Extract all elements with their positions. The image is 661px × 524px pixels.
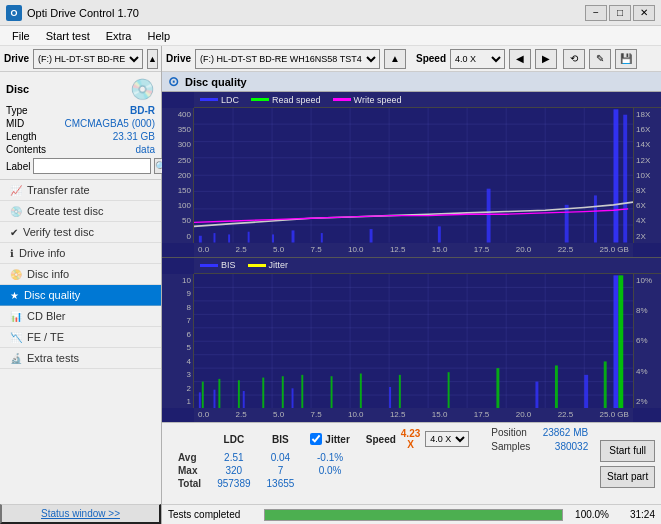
lower-y-left-8: 8	[187, 303, 191, 312]
legend-read-speed: Read speed	[251, 95, 321, 105]
speed-select-right[interactable]: 4.0 X	[450, 49, 505, 69]
save-button[interactable]: 💾	[615, 49, 637, 69]
svg-rect-64	[331, 376, 333, 408]
menu-file[interactable]: File	[4, 29, 38, 43]
disc-contents-label: Contents	[6, 144, 46, 155]
status-window-button[interactable]: Status window >>	[0, 504, 161, 524]
lower-x-5: 5.0	[273, 410, 284, 420]
speed-th-value: 4.23 X	[399, 428, 422, 450]
verify-test-disc-icon: ✔	[10, 227, 18, 238]
start-part-button[interactable]: Start part	[600, 466, 655, 488]
svg-rect-27	[565, 205, 569, 243]
stats-row-avg: Avg 2.51 0.04 -0.1%	[170, 451, 477, 464]
lower-y-right-4pct: 4%	[636, 367, 648, 376]
lower-x-10: 10.0	[348, 410, 364, 420]
nav-create-test-disc[interactable]: 💿 Create test disc	[0, 201, 161, 222]
drive-select[interactable]: (F:) HL-DT-ST BD-RE WH16NS58 TST4	[33, 49, 143, 69]
nav-fe-te[interactable]: 📉 FE / TE	[0, 327, 161, 348]
svg-rect-60	[238, 380, 240, 408]
status-bar: Tests completed 100.0% 31:24	[162, 504, 661, 524]
app-icon: O	[6, 5, 22, 21]
upper-y-right-18x: 18X	[636, 110, 650, 119]
progress-fill	[265, 510, 562, 520]
fe-te-label: FE / TE	[27, 331, 64, 343]
app-title: Opti Drive Control 1.70	[27, 7, 139, 19]
svg-rect-51	[214, 389, 216, 408]
transfer-rate-label: Transfer rate	[27, 184, 90, 196]
menu-help[interactable]: Help	[139, 29, 178, 43]
upper-y-right-2x: 2X	[636, 232, 646, 241]
svg-rect-24	[370, 229, 373, 242]
speed-label-right: Speed	[416, 53, 446, 64]
disc-contents-value: data	[136, 144, 155, 155]
legend-bis: BIS	[200, 260, 236, 270]
menu-bar: File Start test Extra Help	[0, 26, 661, 46]
upper-x-10: 10.0	[348, 245, 364, 255]
lower-y-right-8pct: 8%	[636, 306, 648, 315]
progress-bar	[264, 509, 563, 521]
position-value: 23862 MB	[543, 427, 589, 438]
disc-graphic: 💿	[130, 77, 155, 101]
legend-write-speed: Write speed	[333, 95, 402, 105]
start-full-button[interactable]: Start full	[600, 440, 655, 462]
disc-length-value: 23.31 GB	[113, 131, 155, 142]
eject-button[interactable]: ▲	[147, 49, 158, 69]
lower-x-25: 25.0 GB	[600, 410, 629, 420]
speed-btn-3[interactable]: ⟲	[563, 49, 585, 69]
minimize-button[interactable]: −	[585, 5, 607, 21]
upper-x-25: 25.0 GB	[600, 245, 629, 255]
upper-y-left-100: 100	[178, 201, 191, 210]
action-buttons: Start full Start part	[594, 423, 661, 504]
svg-rect-69	[555, 365, 558, 408]
close-button[interactable]: ✕	[633, 5, 655, 21]
status-time: 31:24	[615, 509, 655, 520]
stats-avg-label: Avg	[170, 451, 209, 464]
stats-table: LDC BIS Jitter	[170, 427, 477, 490]
stats-right-panel: Position 23862 MB Samples 380032	[485, 423, 594, 504]
eject-button-right[interactable]: ▲	[384, 49, 406, 69]
speed-btn-1[interactable]: ◀	[509, 49, 531, 69]
disc-quality-label: Disc quality	[24, 289, 80, 301]
speed-btn-4[interactable]: ✎	[589, 49, 611, 69]
disc-quality-title: ⊙ Disc quality	[162, 72, 661, 92]
maximize-button[interactable]: □	[609, 5, 631, 21]
jitter-checkbox[interactable]	[310, 433, 322, 445]
drive-label-right: Drive	[166, 53, 191, 64]
upper-y-right-6x: 6X	[636, 201, 646, 210]
disc-type-value: BD-R	[130, 105, 155, 116]
svg-rect-30	[623, 115, 627, 243]
menu-extra[interactable]: Extra	[98, 29, 140, 43]
nav-transfer-rate[interactable]: 📈 Transfer rate	[0, 180, 161, 201]
nav-verify-test-disc[interactable]: ✔ Verify test disc	[0, 222, 161, 243]
upper-x-7-5: 7.5	[310, 245, 321, 255]
menu-start-test[interactable]: Start test	[38, 29, 98, 43]
stats-max-label: Max	[170, 464, 209, 477]
position-label: Position	[491, 427, 527, 438]
fe-te-icon: 📉	[10, 332, 22, 343]
svg-rect-28	[594, 195, 597, 242]
nav-extra-tests[interactable]: 🔬 Extra tests	[0, 348, 161, 369]
jitter-label: Jitter	[325, 434, 349, 445]
samples-label: Samples	[491, 441, 530, 452]
upper-x-2-5: 2.5	[235, 245, 246, 255]
nav-cd-bler[interactable]: 📊 CD Bler	[0, 306, 161, 327]
title-bar: O Opti Drive Control 1.70 − □ ✕	[0, 0, 661, 26]
upper-x-12-5: 12.5	[390, 245, 406, 255]
lower-chart-plot	[194, 274, 633, 409]
stats-row-max: Max 320 7 0.0%	[170, 464, 477, 477]
upper-y-right-4x: 4X	[636, 216, 646, 225]
create-test-disc-icon: 💿	[10, 206, 22, 217]
drive-select-right[interactable]: (F:) HL-DT-ST BD-RE WH16NS58 TST4	[195, 49, 380, 69]
disc-section-label: Disc	[6, 83, 29, 95]
stats-total-label: Total	[170, 477, 209, 490]
stats-total-ldc: 957389	[209, 477, 258, 490]
nav-disc-quality[interactable]: ★ Disc quality	[0, 285, 161, 306]
disc-quality-heading: Disc quality	[185, 76, 247, 88]
nav-disc-info[interactable]: 📀 Disc info	[0, 264, 161, 285]
lower-y-left-4: 4	[187, 357, 191, 366]
disc-label-input[interactable]	[33, 158, 151, 174]
speed-th-select[interactable]: 4.0 X	[425, 431, 469, 447]
right-topbar: Drive (F:) HL-DT-ST BD-RE WH16NS58 TST4 …	[162, 46, 661, 72]
speed-btn-2[interactable]: ▶	[535, 49, 557, 69]
nav-drive-info[interactable]: ℹ Drive info	[0, 243, 161, 264]
